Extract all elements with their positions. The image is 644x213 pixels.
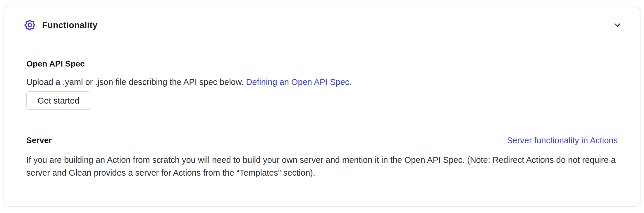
gear-icon [23, 19, 36, 32]
get-started-button[interactable]: Get started [26, 91, 90, 110]
functionality-card: Functionality Open API Spec Upload a .ya… [4, 6, 640, 207]
open-api-spec-description: Upload a .yaml or .json file describing … [26, 77, 244, 87]
server-section: Server Server functionality in Actions I… [26, 135, 618, 179]
chevron-down-icon[interactable] [612, 20, 622, 30]
card-body: Open API Spec Upload a .yaml or .json fi… [4, 44, 640, 179]
server-heading-row: Server Server functionality in Actions [26, 135, 618, 145]
server-description: If you are building an Action from scrat… [26, 153, 618, 179]
server-functionality-link[interactable]: Server functionality in Actions [507, 135, 618, 145]
card-title: Functionality [42, 20, 97, 30]
defining-open-api-spec-link[interactable]: Defining an Open API Spec. [246, 77, 352, 87]
open-api-spec-heading: Open API Spec [26, 59, 618, 69]
functionality-accordion-header[interactable]: Functionality [4, 6, 640, 44]
open-api-spec-section: Open API Spec Upload a .yaml or .json fi… [26, 59, 618, 110]
header-title-group: Functionality [23, 19, 97, 32]
open-api-spec-description-row: Upload a .yaml or .json file describing … [26, 76, 618, 88]
server-heading: Server [26, 135, 52, 145]
